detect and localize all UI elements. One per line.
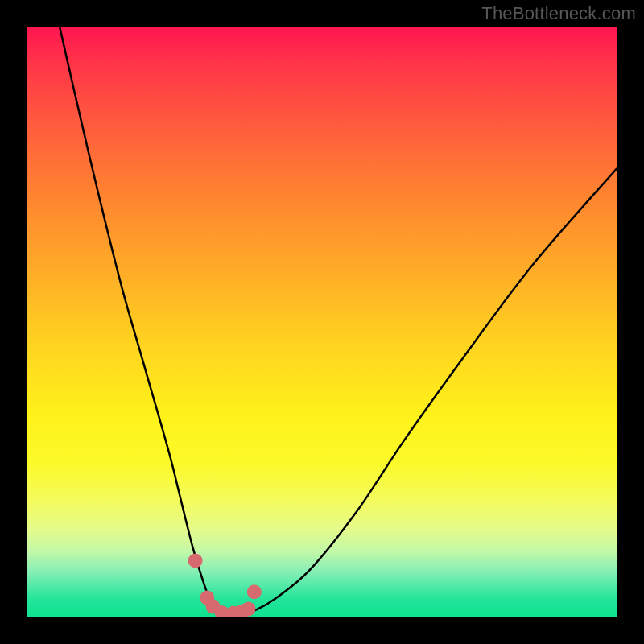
watermark-text: TheBottleneck.com bbox=[481, 3, 636, 24]
bottleneck-curve bbox=[60, 27, 617, 614]
plot-area bbox=[27, 27, 617, 617]
curve-layer bbox=[27, 27, 617, 617]
marker-point bbox=[247, 584, 262, 599]
chart-frame: TheBottleneck.com bbox=[0, 0, 644, 644]
marker-point bbox=[188, 553, 203, 568]
marker-group bbox=[188, 553, 262, 617]
marker-point bbox=[242, 601, 256, 616]
